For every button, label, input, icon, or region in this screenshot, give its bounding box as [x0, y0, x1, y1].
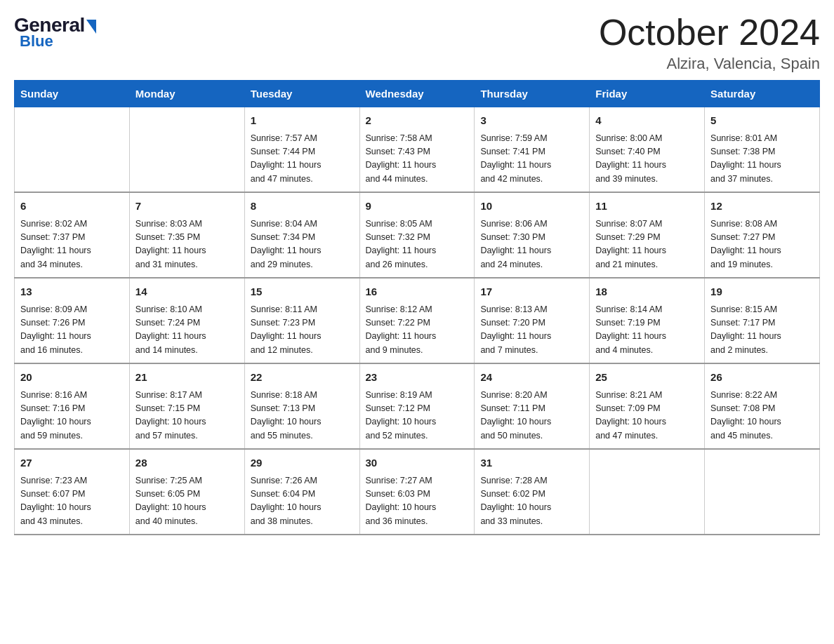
weekday-header-sunday: Sunday: [15, 81, 130, 107]
calendar-cell: [15, 107, 130, 193]
day-number: 19: [710, 284, 814, 300]
day-info: Sunrise: 7:58 AMSunset: 7:43 PMDaylight:…: [366, 132, 469, 187]
day-info: Sunrise: 8:09 AMSunset: 7:26 PMDaylight:…: [20, 303, 124, 358]
day-info: Sunrise: 7:59 AMSunset: 7:41 PMDaylight:…: [480, 132, 583, 187]
day-info: Sunrise: 8:07 AMSunset: 7:29 PMDaylight:…: [595, 217, 699, 272]
week-row-4: 27Sunrise: 7:23 AMSunset: 6:07 PMDayligh…: [15, 449, 820, 535]
day-info: Sunrise: 8:05 AMSunset: 7:32 PMDaylight:…: [366, 217, 469, 272]
calendar-cell: 8Sunrise: 8:04 AMSunset: 7:34 PMDaylight…: [244, 192, 359, 278]
weekday-header-wednesday: Wednesday: [359, 81, 475, 107]
day-info: Sunrise: 8:18 AMSunset: 7:13 PMDaylight:…: [251, 389, 354, 443]
day-number: 18: [595, 284, 699, 300]
day-number: 7: [135, 199, 239, 215]
day-info: Sunrise: 8:12 AMSunset: 7:22 PMDaylight:…: [366, 303, 469, 358]
day-number: 16: [366, 284, 469, 300]
week-row-2: 13Sunrise: 8:09 AMSunset: 7:26 PMDayligh…: [15, 278, 820, 363]
calendar-cell: 5Sunrise: 8:01 AMSunset: 7:38 PMDaylight…: [705, 107, 820, 193]
calendar-cell: 6Sunrise: 8:02 AMSunset: 7:37 PMDaylight…: [15, 192, 130, 278]
day-number: 30: [366, 455, 469, 471]
weekday-header-saturday: Saturday: [705, 81, 820, 107]
calendar-cell: 19Sunrise: 8:15 AMSunset: 7:17 PMDayligh…: [705, 278, 820, 363]
day-number: 2: [366, 113, 469, 129]
page-header: General Blue October 2024 Alzira, Valenc…: [14, 14, 820, 73]
calendar-cell: 27Sunrise: 7:23 AMSunset: 6:07 PMDayligh…: [15, 449, 130, 535]
calendar-cell: 21Sunrise: 8:17 AMSunset: 7:15 PMDayligh…: [129, 363, 244, 449]
day-number: 23: [366, 370, 469, 386]
day-number: 17: [480, 284, 583, 300]
calendar-cell: 31Sunrise: 7:28 AMSunset: 6:02 PMDayligh…: [475, 449, 590, 535]
day-info: Sunrise: 8:01 AMSunset: 7:38 PMDaylight:…: [710, 132, 814, 187]
day-info: Sunrise: 8:03 AMSunset: 7:35 PMDaylight:…: [135, 217, 239, 272]
calendar-cell: 15Sunrise: 8:11 AMSunset: 7:23 PMDayligh…: [244, 278, 359, 363]
day-number: 12: [710, 199, 814, 215]
weekday-header-friday: Friday: [590, 81, 705, 107]
calendar-cell: 28Sunrise: 7:25 AMSunset: 6:05 PMDayligh…: [129, 449, 244, 535]
day-info: Sunrise: 8:10 AMSunset: 7:24 PMDaylight:…: [135, 303, 239, 358]
calendar-cell: 30Sunrise: 7:27 AMSunset: 6:03 PMDayligh…: [359, 449, 475, 535]
day-number: 21: [135, 370, 239, 386]
week-row-1: 6Sunrise: 8:02 AMSunset: 7:37 PMDaylight…: [15, 192, 820, 278]
calendar-cell: 20Sunrise: 8:16 AMSunset: 7:16 PMDayligh…: [15, 363, 130, 449]
day-info: Sunrise: 8:22 AMSunset: 7:08 PMDaylight:…: [710, 389, 814, 443]
weekday-row: SundayMondayTuesdayWednesdayThursdayFrid…: [15, 81, 820, 107]
calendar-table: SundayMondayTuesdayWednesdayThursdayFrid…: [14, 80, 820, 535]
day-number: 9: [366, 199, 469, 215]
calendar-cell: 14Sunrise: 8:10 AMSunset: 7:24 PMDayligh…: [129, 278, 244, 363]
calendar-cell: [590, 449, 705, 535]
calendar-cell: 3Sunrise: 7:59 AMSunset: 7:41 PMDaylight…: [475, 107, 590, 193]
week-row-3: 20Sunrise: 8:16 AMSunset: 7:16 PMDayligh…: [15, 363, 820, 449]
logo-triangle-icon: [86, 20, 96, 34]
day-number: 15: [251, 284, 354, 300]
day-number: 13: [20, 284, 124, 300]
day-info: Sunrise: 8:17 AMSunset: 7:15 PMDaylight:…: [135, 389, 239, 443]
day-number: 28: [135, 455, 239, 471]
calendar-cell: 16Sunrise: 8:12 AMSunset: 7:22 PMDayligh…: [359, 278, 475, 363]
calendar-cell: 11Sunrise: 8:07 AMSunset: 7:29 PMDayligh…: [590, 192, 705, 278]
weekday-header-monday: Monday: [129, 81, 244, 107]
day-info: Sunrise: 8:15 AMSunset: 7:17 PMDaylight:…: [710, 303, 814, 358]
calendar-cell: [705, 449, 820, 535]
day-info: Sunrise: 8:11 AMSunset: 7:23 PMDaylight:…: [251, 303, 354, 358]
day-info: Sunrise: 8:16 AMSunset: 7:16 PMDaylight:…: [20, 389, 124, 443]
day-info: Sunrise: 8:08 AMSunset: 7:27 PMDaylight:…: [710, 217, 814, 272]
day-number: 20: [20, 370, 124, 386]
calendar-cell: 22Sunrise: 8:18 AMSunset: 7:13 PMDayligh…: [244, 363, 359, 449]
day-info: Sunrise: 8:21 AMSunset: 7:09 PMDaylight:…: [595, 389, 699, 443]
weekday-header-tuesday: Tuesday: [244, 81, 359, 107]
day-number: 1: [251, 113, 354, 129]
day-number: 10: [480, 199, 583, 215]
day-number: 31: [480, 455, 583, 471]
day-info: Sunrise: 7:25 AMSunset: 6:05 PMDaylight:…: [135, 474, 239, 529]
location-text: Alzira, Valencia, Spain: [599, 55, 820, 73]
day-info: Sunrise: 7:27 AMSunset: 6:03 PMDaylight:…: [366, 474, 469, 529]
day-number: 3: [480, 113, 583, 129]
calendar-cell: 4Sunrise: 8:00 AMSunset: 7:40 PMDaylight…: [590, 107, 705, 193]
day-info: Sunrise: 8:02 AMSunset: 7:37 PMDaylight:…: [20, 217, 124, 272]
calendar-cell: 2Sunrise: 7:58 AMSunset: 7:43 PMDaylight…: [359, 107, 475, 193]
day-info: Sunrise: 7:26 AMSunset: 6:04 PMDaylight:…: [251, 474, 354, 529]
day-number: 25: [595, 370, 699, 386]
month-title: October 2024: [599, 14, 820, 51]
day-number: 22: [251, 370, 354, 386]
day-info: Sunrise: 8:20 AMSunset: 7:11 PMDaylight:…: [480, 389, 583, 443]
day-info: Sunrise: 7:23 AMSunset: 6:07 PMDaylight:…: [20, 474, 124, 529]
day-number: 27: [20, 455, 124, 471]
calendar-cell: 29Sunrise: 7:26 AMSunset: 6:04 PMDayligh…: [244, 449, 359, 535]
day-number: 5: [710, 113, 814, 129]
calendar-cell: 26Sunrise: 8:22 AMSunset: 7:08 PMDayligh…: [705, 363, 820, 449]
calendar-header: SundayMondayTuesdayWednesdayThursdayFrid…: [15, 81, 820, 107]
day-number: 29: [251, 455, 354, 471]
day-number: 26: [710, 370, 814, 386]
day-info: Sunrise: 8:14 AMSunset: 7:19 PMDaylight:…: [595, 303, 699, 358]
weekday-header-thursday: Thursday: [475, 81, 590, 107]
calendar-cell: 25Sunrise: 8:21 AMSunset: 7:09 PMDayligh…: [590, 363, 705, 449]
day-info: Sunrise: 7:57 AMSunset: 7:44 PMDaylight:…: [251, 132, 354, 187]
calendar-cell: 13Sunrise: 8:09 AMSunset: 7:26 PMDayligh…: [15, 278, 130, 363]
calendar-cell: 18Sunrise: 8:14 AMSunset: 7:19 PMDayligh…: [590, 278, 705, 363]
day-info: Sunrise: 8:06 AMSunset: 7:30 PMDaylight:…: [480, 217, 583, 272]
day-info: Sunrise: 8:13 AMSunset: 7:20 PMDaylight:…: [480, 303, 583, 358]
calendar-cell: 7Sunrise: 8:03 AMSunset: 7:35 PMDaylight…: [129, 192, 244, 278]
calendar-cell: 24Sunrise: 8:20 AMSunset: 7:11 PMDayligh…: [475, 363, 590, 449]
day-number: 8: [251, 199, 354, 215]
day-number: 11: [595, 199, 699, 215]
